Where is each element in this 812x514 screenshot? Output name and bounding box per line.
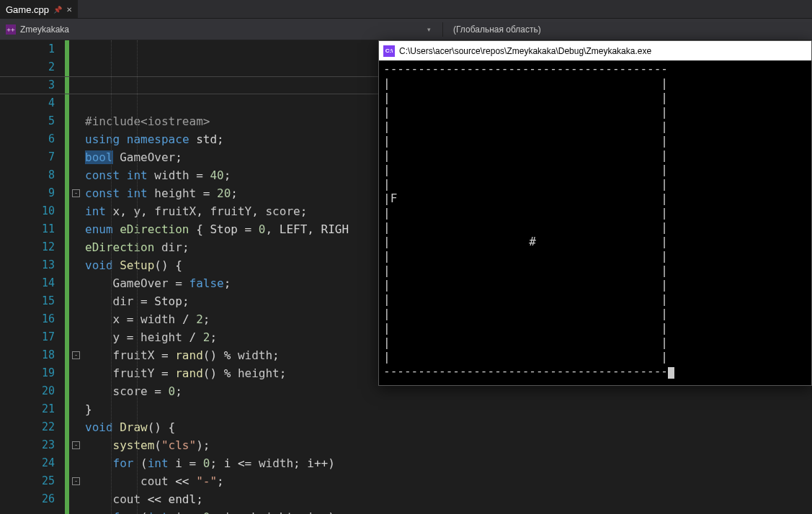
console-titlebar[interactable]: C:\ C:\Users\acer\source\repos\Zmeykakak…: [379, 41, 811, 60]
line-number: 23: [0, 436, 55, 454]
close-icon[interactable]: ✕: [66, 6, 72, 14]
line-number: 11: [0, 220, 55, 238]
scope-dropdown[interactable]: (Глобальная область): [446, 24, 548, 35]
separator: [442, 22, 443, 37]
line-number: 9: [0, 184, 55, 202]
line-number: 17: [0, 328, 55, 346]
console-output: ----------------------------------------…: [379, 60, 811, 385]
code-line[interactable]: cout << endl;: [85, 490, 812, 508]
console-window[interactable]: C:\ C:\Users\acer\source\repos\Zmeykakak…: [378, 40, 812, 386]
code-line[interactable]: void Draw() {: [85, 418, 812, 436]
line-number: 8: [0, 166, 55, 184]
line-number: 19: [0, 364, 55, 382]
tab-game-cpp[interactable]: Game.cpp 📌 ✕: [0, 0, 78, 18]
line-number: 16: [0, 310, 55, 328]
line-number: 2: [0, 58, 55, 76]
line-number: 6: [0, 130, 55, 148]
project-dropdown[interactable]: ++ Zmeykakaka ▾: [0, 24, 440, 35]
code-line[interactable]: cout << "-";: [85, 472, 812, 490]
line-number: 5: [0, 112, 55, 130]
line-number: 1: [0, 40, 55, 58]
editor-tabs: Game.cpp 📌 ✕: [0, 0, 812, 19]
line-number-gutter: 1234567891011121314151617181920212223242…: [0, 40, 65, 514]
line-number: 12: [0, 238, 55, 256]
line-number: 7: [0, 148, 55, 166]
code-line[interactable]: for (int i = 0; i < height; i++): [85, 508, 812, 514]
svg-text:++: ++: [6, 26, 15, 34]
code-line[interactable]: system("cls");: [85, 436, 812, 454]
chevron-down-icon: ▾: [424, 26, 434, 33]
code-line[interactable]: for (int i = 0; i <= width; i++): [85, 454, 812, 472]
line-number: 4: [0, 94, 55, 112]
tab-label: Game.cpp: [6, 4, 49, 15]
scope-label: (Глобальная область): [453, 24, 541, 35]
console-icon: C:\: [383, 45, 395, 57]
fold-toggle[interactable]: -: [72, 477, 80, 485]
line-number: 25: [0, 472, 55, 490]
line-number: 24: [0, 454, 55, 472]
code-line[interactable]: }: [85, 400, 812, 418]
line-number: 3: [0, 76, 55, 94]
line-number: 15: [0, 292, 55, 310]
console-cursor: [668, 367, 674, 379]
line-number: 18: [0, 346, 55, 364]
line-number: 14: [0, 274, 55, 292]
navigation-bar: ++ Zmeykakaka ▾ (Глобальная область): [0, 19, 812, 40]
line-number: 22: [0, 418, 55, 436]
line-number: 10: [0, 202, 55, 220]
fold-toggle[interactable]: -: [72, 441, 80, 449]
fold-toggle[interactable]: -: [72, 351, 80, 359]
line-number: 13: [0, 256, 55, 274]
console-title: C:\Users\acer\source\repos\Zmeykakaka\De…: [399, 46, 651, 56]
pin-icon[interactable]: 📌: [53, 6, 62, 14]
line-number: 26: [0, 490, 55, 508]
fold-column: ----: [69, 40, 85, 514]
fold-toggle[interactable]: -: [72, 189, 80, 197]
project-name: Zmeykakaka: [20, 24, 69, 35]
cpp-project-icon: ++: [6, 24, 16, 35]
line-number: 21: [0, 400, 55, 418]
line-number: 20: [0, 382, 55, 400]
